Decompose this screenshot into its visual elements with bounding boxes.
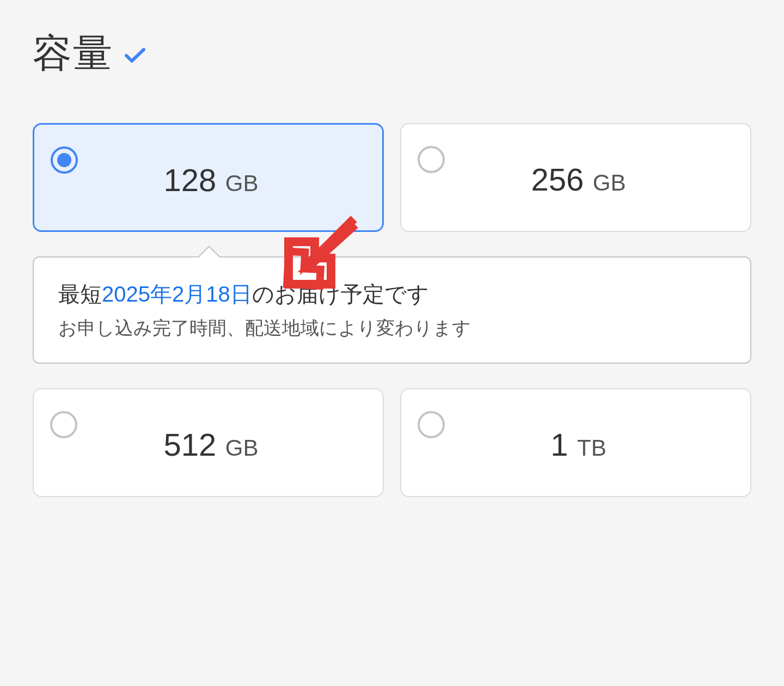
radio-icon (50, 411, 77, 438)
delivery-prefix: 最短 (58, 282, 102, 306)
delivery-date: 2025年2月18日 (102, 282, 252, 306)
capacity-option-256gb[interactable]: 256 GB (400, 123, 751, 232)
delivery-note: お申し込み完了時間、配送地域により変わります (58, 316, 726, 341)
capacity-value: 256 (531, 162, 584, 197)
capacity-options-grid: 128 GB 256 GB 最短2025年2月18日のお届け予定です お申し込み… (33, 123, 751, 497)
capacity-value: 1 (550, 427, 568, 462)
capacity-unit: GB (593, 170, 626, 195)
tooltip-arrow-icon (197, 246, 221, 258)
capacity-unit: GB (225, 170, 259, 196)
option-label: 512 GB (77, 411, 366, 463)
radio-icon (51, 146, 78, 174)
radio-icon (418, 411, 445, 438)
capacity-unit: TB (577, 435, 607, 461)
capacity-value: 128 (164, 162, 217, 198)
check-icon (124, 44, 146, 69)
section-title: 容量 (33, 27, 113, 79)
section-header: 容量 (33, 27, 751, 79)
option-label: 256 GB (445, 146, 734, 198)
option-label: 1 TB (445, 411, 734, 463)
capacity-value: 512 (164, 427, 217, 462)
delivery-suffix: のお届け予定です (252, 282, 429, 306)
radio-icon (418, 146, 445, 173)
capacity-option-512gb[interactable]: 512 GB (33, 388, 384, 497)
capacity-unit: GB (225, 435, 259, 461)
delivery-estimate-text: 最短2025年2月18日のお届け予定です (58, 279, 726, 309)
delivery-tooltip: 最短2025年2月18日のお届け予定です お申し込み完了時間、配送地域により変わ… (33, 256, 751, 364)
capacity-option-128gb[interactable]: 128 GB (33, 123, 384, 232)
capacity-option-1tb[interactable]: 1 TB (400, 388, 751, 497)
option-label: 128 GB (78, 146, 366, 198)
